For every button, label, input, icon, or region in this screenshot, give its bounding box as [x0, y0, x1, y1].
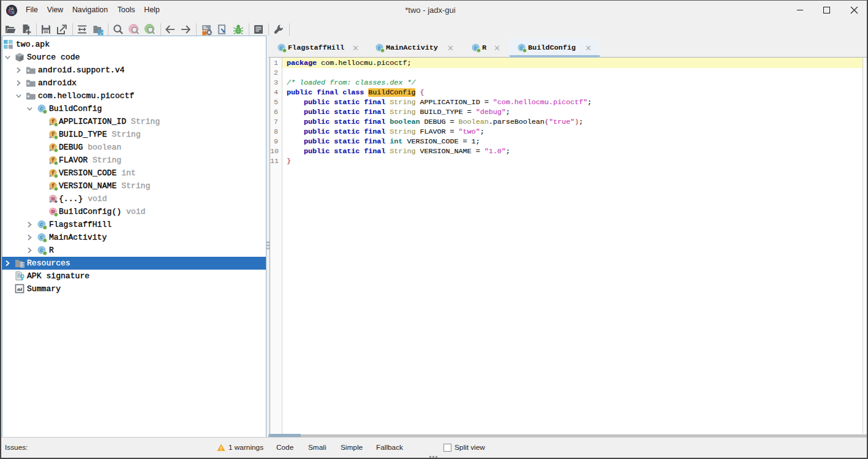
svg-text:D: D: [9, 10, 12, 15]
